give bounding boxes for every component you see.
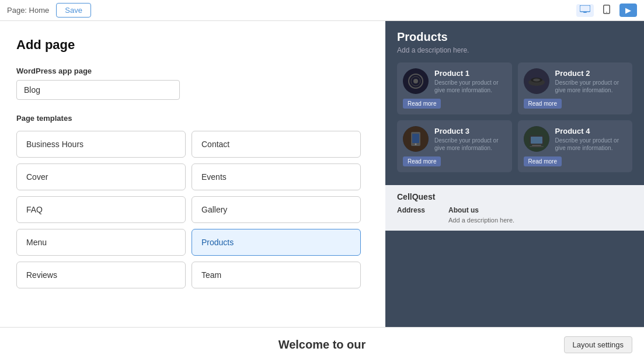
product-3-info: Product 3 Describe your product or give … [434, 127, 506, 152]
product-2-desc: Describe your product or give more infor… [555, 79, 627, 94]
product-1-info: Product 1 Describe your product or give … [434, 69, 506, 94]
desktop-view-button[interactable] [576, 4, 594, 17]
product-3-read-more[interactable]: Read more [403, 156, 441, 166]
footer-brand: CellQuest [397, 192, 632, 201]
product-3-image [403, 126, 429, 152]
add-page-panel: Add page WordPress app page Page templat… [0, 21, 385, 327]
page-templates-label: Page templates [16, 114, 369, 123]
products-grid: Product 1 Describe your product or give … [397, 62, 632, 172]
footer-address-col: Address [397, 206, 425, 224]
svg-point-15 [415, 144, 417, 145]
preview-products-desc: Add a description here. [397, 46, 632, 54]
svg-rect-19 [532, 145, 541, 146]
wp-app-label: WordPress app page [16, 67, 369, 75]
preview-products-title: Products [397, 30, 632, 44]
footer-about-desc: Add a description here. [448, 217, 514, 224]
template-faq[interactable]: FAQ [16, 196, 186, 223]
product-4-info: Product 4 Describe your product or give … [555, 127, 627, 152]
welcome-text: Welcome to our [279, 338, 366, 351]
svg-rect-0 [580, 5, 590, 12]
product-2-read-more[interactable]: Read more [524, 99, 562, 109]
product-card-top-2: Product 2 Describe your product or give … [524, 68, 627, 94]
wp-app-input[interactable] [16, 80, 180, 100]
product-4-name: Product 4 [555, 127, 627, 135]
bottom-bar: Welcome to our Layout settings [0, 327, 644, 362]
footer-address-label: Address [397, 206, 425, 214]
product-2-image [524, 68, 549, 94]
template-team[interactable]: Team [192, 262, 361, 288]
product-1-name: Product 1 [434, 69, 506, 78]
product-card-top-1: Product 1 Describe your product or give … [403, 68, 506, 94]
product-3-name: Product 3 [434, 127, 506, 135]
product-2-name: Product 2 [555, 69, 627, 78]
preview-products-section: Products Add a description here. Product… [385, 21, 644, 178]
product-card-3: Product 3 Describe your product or give … [397, 120, 512, 172]
product-card-4: Product 4 Describe your product or give … [518, 120, 633, 172]
template-gallery[interactable]: Gallery [192, 196, 361, 223]
product-1-read-more[interactable]: Read more [403, 99, 441, 109]
mobile-view-button[interactable] [600, 4, 614, 18]
toolbar: Page: Home Save ▶ [0, 0, 644, 21]
product-2-info: Product 2 Describe your product or give … [555, 69, 627, 94]
templates-grid: Business Hours Contact Cover Events FAQ … [16, 131, 361, 288]
preview-inner: Products Add a description here. Product… [385, 21, 644, 327]
product-1-image [403, 68, 429, 94]
template-events[interactable]: Events [192, 163, 361, 190]
preview-panel: Products Add a description here. Product… [385, 21, 644, 327]
product-4-image [524, 126, 549, 152]
add-page-title: Add page [16, 37, 369, 53]
preview-button[interactable]: ▶ [619, 4, 637, 17]
product-4-desc: Describe your product or give more infor… [555, 137, 627, 152]
template-contact[interactable]: Contact [192, 131, 361, 158]
svg-point-11 [533, 79, 540, 82]
svg-rect-20 [530, 146, 544, 147]
svg-point-3 [606, 12, 607, 13]
preview-footer: CellQuest Address About us Add a descrip… [385, 185, 644, 231]
page-label: Page: Home [7, 6, 49, 15]
product-3-desc: Describe your product or give more infor… [434, 137, 506, 152]
footer-about-col: About us Add a description here. [448, 206, 514, 224]
product-4-read-more[interactable]: Read more [524, 156, 562, 166]
product-card-2: Product 2 Describe your product or give … [518, 62, 633, 114]
toolbar-icons: ▶ [576, 4, 637, 18]
footer-about-label: About us [448, 206, 514, 214]
product-1-desc: Describe your product or give more infor… [434, 79, 506, 94]
layout-settings-button[interactable]: Layout settings [564, 336, 632, 353]
svg-rect-18 [531, 137, 542, 144]
template-cover[interactable]: Cover [16, 163, 186, 190]
product-card-1: Product 1 Describe your product or give … [397, 62, 512, 114]
svg-rect-1 [583, 12, 587, 13]
product-card-top-4: Product 4 Describe your product or give … [524, 126, 627, 152]
product-card-top-3: Product 3 Describe your product or give … [403, 126, 506, 152]
template-menu[interactable]: Menu [16, 229, 186, 256]
template-products[interactable]: Products [192, 229, 361, 256]
template-business-hours[interactable]: Business Hours [16, 131, 186, 158]
save-button[interactable]: Save [56, 3, 91, 18]
template-reviews[interactable]: Reviews [16, 262, 186, 288]
svg-rect-14 [412, 134, 419, 143]
svg-point-6 [413, 79, 418, 83]
footer-cols: Address About us Add a description here. [397, 206, 632, 224]
